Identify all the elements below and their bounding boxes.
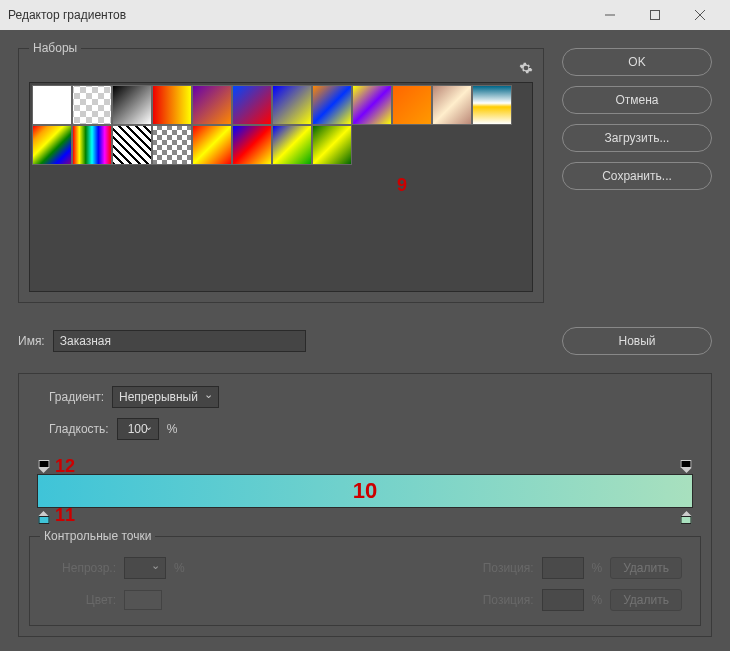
color-stop-right[interactable] (681, 511, 692, 522)
minimize-button[interactable] (587, 0, 632, 30)
preset-swatch[interactable] (232, 125, 272, 165)
preset-swatch[interactable] (192, 85, 232, 125)
cancel-button[interactable]: Отмена (562, 86, 712, 114)
stops-fieldset: Контрольные точки Непрозр.: % Позиция: %… (29, 536, 701, 626)
opacity-stop-left[interactable] (38, 460, 49, 471)
smoothness-input[interactable] (117, 418, 159, 440)
close-button[interactable] (677, 0, 722, 30)
presets-label: Наборы (29, 41, 81, 55)
save-button[interactable]: Сохранить... (562, 162, 712, 190)
opacity-label: Непрозр.: (48, 561, 116, 575)
name-label: Имя: (18, 334, 45, 348)
preset-swatch[interactable] (312, 85, 352, 125)
delete-opacity-stop-button: Удалить (610, 557, 682, 579)
position-label: Позиция: (483, 561, 534, 575)
opacity-stops-track[interactable] (37, 460, 693, 474)
annotation-10: 10 (353, 478, 377, 504)
preset-swatch[interactable] (272, 85, 312, 125)
percent-label: % (167, 422, 178, 436)
gear-icon[interactable] (519, 61, 533, 78)
position-label: Позиция: (483, 593, 534, 607)
color-swatch (124, 590, 162, 610)
preset-swatch[interactable] (72, 125, 112, 165)
svg-rect-1 (650, 11, 659, 20)
preset-swatch[interactable] (312, 125, 352, 165)
gradient-editor: 12 10 11 (37, 460, 693, 522)
color-label: Цвет: (48, 593, 116, 607)
preset-swatch[interactable] (152, 85, 192, 125)
stops-label: Контрольные точки (40, 529, 155, 543)
color-position-input (542, 589, 584, 611)
name-input[interactable] (53, 330, 307, 352)
opacity-stop-right[interactable] (681, 460, 692, 471)
gradient-type-label: Градиент: (49, 390, 104, 404)
preset-swatch[interactable] (112, 85, 152, 125)
color-stop-left[interactable] (38, 511, 49, 522)
preset-swatch[interactable] (32, 85, 72, 125)
delete-color-stop-button: Удалить (610, 589, 682, 611)
new-button[interactable]: Новый (562, 327, 712, 355)
load-button[interactable]: Загрузить... (562, 124, 712, 152)
preset-swatch[interactable] (392, 85, 432, 125)
gradient-type-select[interactable]: Непрерывный (112, 386, 219, 408)
preset-swatch[interactable] (152, 125, 192, 165)
opacity-input (124, 557, 166, 579)
smoothness-label: Гладкость: (49, 422, 109, 436)
preset-swatch[interactable] (472, 85, 512, 125)
titlebar: Редактор градиентов (0, 0, 730, 30)
opacity-position-input (542, 557, 584, 579)
preset-swatch[interactable] (72, 85, 112, 125)
window-controls (587, 0, 722, 30)
preset-swatch[interactable] (232, 85, 272, 125)
color-stops-track[interactable] (37, 508, 693, 522)
gradient-preview-bar[interactable]: 10 (37, 474, 693, 508)
window-title: Редактор градиентов (8, 8, 587, 22)
preset-swatch[interactable] (432, 85, 472, 125)
preset-swatch[interactable] (272, 125, 312, 165)
gradient-fieldset: Градиент: Непрерывный Гладкость: % (18, 373, 712, 637)
presets-fieldset: Наборы (18, 48, 544, 303)
presets-grid[interactable] (29, 82, 533, 292)
preset-swatch[interactable] (112, 125, 152, 165)
ok-button[interactable]: OK (562, 48, 712, 76)
preset-swatch[interactable] (352, 85, 392, 125)
preset-swatch[interactable] (32, 125, 72, 165)
preset-swatch[interactable] (192, 125, 232, 165)
dialog-content: Наборы (0, 30, 730, 651)
maximize-button[interactable] (632, 0, 677, 30)
